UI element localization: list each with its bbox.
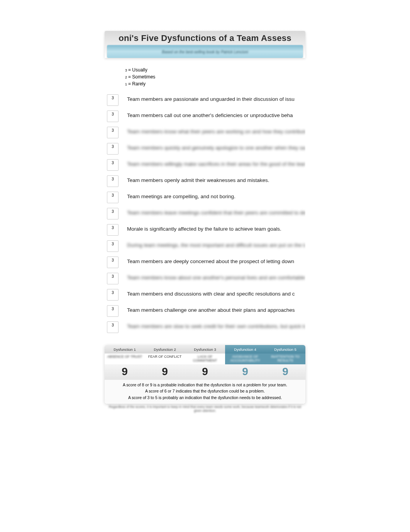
question-row: 3During team meetings, the most importan…: [105, 238, 305, 254]
question-row: 3Team members are deeply concerned about…: [105, 254, 305, 270]
result-column-header: Dysfunction 1: [105, 345, 145, 354]
legend-label: = Rarely: [128, 80, 146, 87]
question-text: Team members quickly and genuinely apolo…: [127, 143, 305, 151]
legend: 3 = Usually2 = Sometimes1 = Rarely: [123, 66, 305, 87]
score-input[interactable]: 3: [107, 289, 119, 301]
legend-number: 2: [123, 75, 127, 80]
question-text: Team members call out one another's defi…: [127, 110, 293, 118]
legend-row: 1 = Rarely: [123, 80, 305, 87]
question-row: 3Team members know about one another's p…: [105, 270, 305, 287]
result-column-header: Dysfunction 2: [145, 345, 185, 354]
score-value: 3: [112, 323, 114, 327]
question-list: 3Team members are passionate and unguard…: [105, 92, 305, 335]
score-value: 3: [112, 128, 114, 133]
score-value: 3: [112, 258, 114, 262]
result-score: 9: [185, 364, 225, 380]
question-text: Team members know what their peers are w…: [127, 127, 305, 134]
score-input[interactable]: 3: [107, 94, 119, 106]
interpretation-line: A score of 3 to 5 is probably an indicat…: [108, 394, 302, 401]
result-column-sublabel: INATTENTION TO RESULTS: [265, 354, 305, 364]
score-value: 3: [112, 291, 114, 295]
results-header-row: Dysfunction 1Dysfunction 2Dysfunction 3D…: [105, 345, 305, 354]
subtitle-bar: Based on the best-selling book by Patric…: [107, 45, 303, 58]
question-row: 3Team members challenge one another abou…: [105, 303, 305, 319]
legend-row: 2 = Sometimes: [123, 73, 305, 80]
result-column-sublabel: ABSENCE OF TRUST: [105, 354, 145, 364]
score-value: 3: [112, 274, 114, 279]
subtitle-text: Based on the best-selling book by Patric…: [162, 50, 248, 54]
score-input[interactable]: 3: [107, 208, 119, 219]
question-row: 3Team members are passionate and unguard…: [105, 92, 305, 108]
question-row: 3Morale is significantly affected by the…: [105, 222, 305, 238]
question-text: Team members are passionate and unguarde…: [127, 94, 295, 102]
score-input[interactable]: 3: [107, 257, 119, 268]
question-row: 3Team members quickly and genuinely apol…: [105, 141, 305, 157]
score-input[interactable]: 3: [107, 110, 119, 122]
score-value: 3: [112, 177, 114, 181]
score-input[interactable]: 3: [107, 143, 119, 155]
question-text: Morale is significantly affected by the …: [127, 224, 281, 232]
score-value: 3: [112, 112, 114, 116]
question-text: During team meetings, the most important…: [127, 240, 305, 248]
score-value: 3: [112, 307, 114, 311]
question-row: 3Team members openly admit their weaknes…: [105, 173, 305, 189]
legend-number: 3: [123, 68, 127, 73]
question-row: 3Team members leave meetings confident t…: [105, 206, 305, 222]
legend-number: 1: [123, 82, 127, 87]
legend-label: = Sometimes: [128, 73, 155, 80]
score-value: 3: [112, 161, 114, 165]
title-bar: oni's Five Dysfunctions of a Team Assess…: [105, 31, 305, 58]
result-column-header: Dysfunction 3: [185, 345, 225, 354]
question-text: Team members are slow to seek credit for…: [127, 321, 305, 329]
legend-row: 3 = Usually: [123, 66, 305, 73]
question-text: Team members are deeply concerned about …: [127, 257, 294, 264]
score-input[interactable]: 3: [107, 224, 119, 236]
score-input[interactable]: 3: [107, 305, 119, 317]
score-input[interactable]: 3: [107, 273, 119, 284]
question-text: Team members challenge one another about…: [127, 305, 295, 313]
score-value: 3: [112, 193, 114, 197]
result-score: 9: [225, 364, 265, 380]
question-row: 3Team members end discussions with clear…: [105, 287, 305, 303]
page-title: oni's Five Dysfunctions of a Team Assess: [105, 33, 305, 43]
result-score: 9: [105, 364, 145, 380]
interpretation-line: A score of 8 or 9 is a probable indicati…: [108, 382, 302, 388]
footnote: Regardless of the scores, it is importan…: [105, 405, 305, 413]
interpretation-line: A score of 6 or 7 indicates that the dys…: [108, 388, 302, 394]
results-score-row: 99999: [105, 364, 305, 380]
score-input[interactable]: 3: [107, 159, 119, 171]
result-column-sublabel: LACK OF COMMITMENT: [185, 354, 225, 364]
result-score: 9: [145, 364, 185, 380]
question-row: 3Team members are slow to seek credit fo…: [105, 319, 305, 335]
legend-label: = Usually: [128, 66, 147, 73]
question-text: Team members openly admit their weakness…: [127, 175, 269, 183]
results-table: Dysfunction 1Dysfunction 2Dysfunction 3D…: [105, 345, 305, 404]
result-score: 9: [265, 364, 305, 380]
score-value: 3: [112, 144, 114, 149]
question-text: Team members know about one another's pe…: [127, 273, 305, 280]
score-value: 3: [112, 226, 114, 230]
score-input[interactable]: 3: [107, 127, 119, 138]
question-row: 3Team members call out one another's def…: [105, 108, 305, 124]
question-row: 3Team members willingly make sacrifices …: [105, 157, 305, 173]
result-column-header: Dysfunction 5: [265, 345, 305, 354]
score-value: 3: [112, 96, 114, 100]
score-input[interactable]: 3: [107, 192, 119, 203]
score-value: 3: [112, 242, 114, 246]
score-value: 3: [112, 209, 114, 214]
result-column-header: Dysfunction 4: [225, 345, 265, 354]
footnote-text: Regardless of the scores, it is importan…: [105, 405, 305, 413]
score-input[interactable]: 3: [107, 175, 119, 187]
interpretation: A score of 8 or 9 is a probable indicati…: [105, 380, 305, 404]
question-row: 3Team meetings are compelling, and not b…: [105, 189, 305, 206]
score-input[interactable]: 3: [107, 240, 119, 252]
question-text: Team members end discussions with clear …: [127, 289, 295, 297]
result-column-sublabel: FEAR OF CONFLICT: [145, 354, 185, 364]
document-container: oni's Five Dysfunctions of a Team Assess…: [105, 31, 305, 413]
question-row: 3Team members know what their peers are …: [105, 124, 305, 141]
result-column-sublabel: AVOIDANCE OF ACCOUNTABILITY: [225, 354, 265, 364]
question-text: Team members leave meetings confident th…: [127, 208, 305, 216]
question-text: Team members willingly make sacrifices i…: [127, 159, 305, 167]
score-input[interactable]: 3: [107, 321, 119, 333]
results-sub-row: ABSENCE OF TRUSTFEAR OF CONFLICTLACK OF …: [105, 354, 305, 364]
